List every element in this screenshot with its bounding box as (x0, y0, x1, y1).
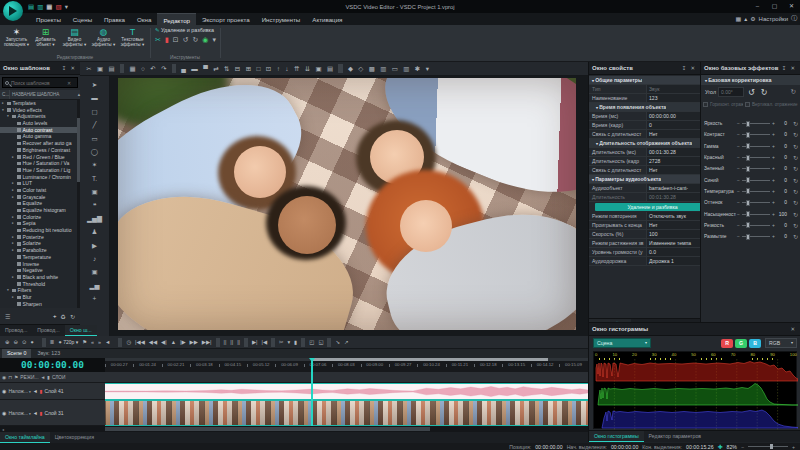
audio-effects-button[interactable]: ◍ Аудио эффекты ▾ (89, 26, 118, 47)
bound-left-icon[interactable]: ◰ (307, 339, 316, 345)
play-to-cursor-icon[interactable]: ▶| (250, 339, 260, 345)
property-value[interactable]: 0 (646, 121, 701, 129)
fit-screen-icon[interactable]: ⊡ (264, 65, 274, 73)
property-row[interactable]: Длительность отображения объекта (589, 139, 701, 148)
tree-item[interactable]: Threshold (0, 281, 77, 288)
property-value[interactable]: Нет (646, 221, 701, 229)
hscroll-thumb[interactable] (105, 427, 430, 431)
add-image-icon[interactable]: ▣ (91, 265, 97, 278)
paste-icon[interactable]: ▤ (106, 65, 117, 73)
sprite-tool-icon[interactable]: ♟ (92, 225, 98, 238)
lock-icon[interactable]: ⊓ (8, 375, 12, 380)
menu-item[interactable]: Сцены (67, 13, 98, 25)
close-icon[interactable]: ✕ (788, 326, 797, 332)
strip-settings-icon[interactable]: ✱ (413, 65, 423, 73)
track-name[interactable]: Слой 41 (44, 388, 63, 394)
slider-track[interactable] (742, 146, 770, 147)
tree-item[interactable]: ▾ Video effects (0, 107, 77, 114)
undo-icon[interactable]: ↶ (148, 65, 158, 73)
property-value[interactable]: Дорожка 1 (646, 257, 701, 265)
align-top-icon[interactable]: ▀ (201, 65, 210, 72)
tree-item[interactable]: Luminance / Chromin (0, 174, 77, 181)
rect-tool-icon[interactable]: ▭ (91, 132, 97, 145)
blend-mode-icon[interactable]: ▩ (367, 65, 378, 73)
line-tool-icon[interactable]: ╱ (93, 118, 97, 131)
split-dropdown-icon[interactable]: ▾ (286, 339, 293, 345)
info-icon[interactable]: ⓘ (791, 14, 797, 23)
reset-slider-icon[interactable]: ↻ (787, 211, 798, 218)
property-value[interactable]: barradeen-i-cant- (646, 184, 701, 192)
fit-height-icon[interactable]: ⊞ (243, 65, 253, 73)
tree-item[interactable]: ▸ Sepia (0, 220, 77, 227)
track-name[interactable]: Слой 31 (44, 410, 63, 416)
property-row[interactable]: Скорость (%) 100 (589, 230, 701, 239)
histogram-source-select[interactable]: Сцена▾ (593, 338, 651, 348)
property-value[interactable]: Нет (646, 130, 701, 138)
zoom-slider[interactable] (748, 446, 788, 447)
rotate-ccw-icon[interactable]: ↺ (183, 36, 189, 44)
split-tool-icon[interactable]: ✂ (155, 36, 161, 44)
property-row[interactable]: Длительность 00:01:30.28 (589, 193, 701, 202)
close-icon[interactable]: ✕ (688, 65, 697, 71)
rotate-ccw-icon[interactable]: ↺ (746, 88, 757, 97)
slider-track[interactable] (742, 236, 770, 237)
property-value[interactable]: Нет (646, 166, 701, 174)
reset-slider-icon[interactable]: ↻ (787, 177, 798, 184)
tree-scrollbar[interactable] (77, 100, 80, 308)
reset-slider-icon[interactable]: ↻ (787, 222, 798, 229)
template-search-field[interactable]: ✕ (2, 77, 78, 88)
property-row[interactable]: Время (кадр) 0 (589, 121, 701, 130)
flag-icon[interactable]: ⚑ (80, 339, 89, 345)
tree-item[interactable]: Negative (0, 267, 77, 274)
slider-value[interactable]: 0 (776, 189, 787, 194)
decrease-button[interactable]: − (736, 166, 741, 171)
to-cursor-icon[interactable]: ▲ (169, 339, 178, 345)
slider-track[interactable] (742, 180, 770, 181)
property-value[interactable]: Звук (646, 85, 701, 93)
pan-icon[interactable]: ✚ (718, 443, 723, 450)
zoom-out-button[interactable]: − (741, 444, 744, 450)
slider-handle[interactable] (746, 132, 750, 138)
delete-split-tool-button[interactable]: ✎ Удаление и разбивка (153, 25, 217, 36)
tree-item[interactable]: Sharpen (0, 301, 77, 308)
slider-track[interactable] (742, 134, 770, 135)
reset-slider-icon[interactable]: ↻ (787, 131, 798, 138)
slider-track[interactable] (742, 202, 770, 203)
preview-area[interactable] (110, 76, 588, 336)
tree-item[interactable]: ▸ Templates (0, 100, 77, 107)
decrease-button[interactable]: − (736, 189, 741, 194)
tree-item[interactable]: ▸ Blur (0, 294, 77, 301)
menu-item[interactable]: Экспорт проекта (196, 13, 256, 25)
reset-slider-icon[interactable]: ↻ (787, 154, 798, 161)
dock-tab[interactable]: Провод... (0, 325, 32, 336)
copy-icon[interactable]: ▣ (95, 65, 106, 73)
dock-tab[interactable]: Окно таймлайна (0, 432, 50, 443)
slider-handle[interactable] (746, 211, 750, 217)
flip-horizontal-icon[interactable]: ⇄ (211, 65, 221, 73)
menu-item[interactable]: Правка (98, 13, 131, 25)
settings-label[interactable]: Настройки (759, 16, 788, 22)
tree-item[interactable]: Equalize histogram (0, 207, 77, 214)
fit-page-icon[interactable]: □ (254, 65, 262, 72)
rotate-cw-icon[interactable]: ↻ (192, 36, 198, 44)
slider-value[interactable]: 0 (776, 155, 787, 160)
close-icon[interactable]: ✕ (68, 65, 77, 71)
pin-icon[interactable]: ↧ (60, 65, 69, 71)
tree-item[interactable]: Temperature (0, 254, 77, 261)
speaker-icon[interactable]: ◄ (33, 388, 38, 394)
tl-zoom-sel-icon[interactable]: ⊙ (20, 339, 29, 345)
rewind-icon[interactable]: ◀◀ (147, 339, 159, 345)
cut-icon[interactable]: ✂ (84, 65, 94, 73)
speaker-icon[interactable]: ◄ (41, 375, 46, 380)
preview-quality-select[interactable]: ● 720p ▾ (56, 339, 80, 345)
speaker-icon[interactable]: ◄ (33, 410, 38, 416)
property-row[interactable]: Уровень громкости (у 0.0 (589, 248, 701, 257)
flip-vertical-checkbox[interactable] (745, 102, 750, 107)
search-input[interactable] (11, 80, 67, 86)
menu-item[interactable]: Инструменты (256, 13, 307, 25)
channel-chip[interactable]: B (749, 339, 761, 348)
video-track-header[interactable]: ◉ Налож... ◄ ▮ Слой 31 (0, 400, 105, 426)
chart2-tool-icon[interactable]: ▂▅ (90, 279, 100, 292)
close-icon[interactable]: ✕ (788, 65, 797, 71)
bring-front-icon[interactable]: ⇈ (292, 65, 302, 73)
